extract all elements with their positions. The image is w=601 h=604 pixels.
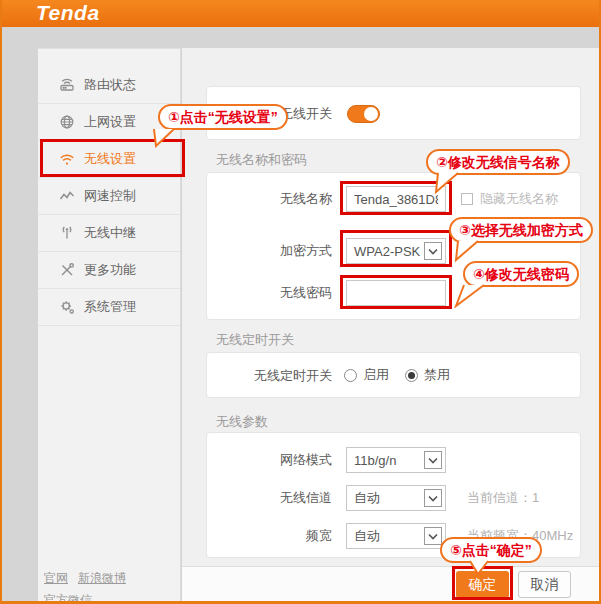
weibo-link[interactable]: 新浪微博	[78, 571, 126, 585]
sidebar-item-label: 路由状态	[84, 76, 136, 94]
wireless-switch-toggle[interactable]	[347, 105, 380, 123]
callout-tail	[150, 128, 178, 148]
tools-icon	[59, 262, 75, 278]
wifi-icon	[59, 151, 75, 167]
chevron-down-icon	[424, 242, 442, 260]
chevron-down-icon	[424, 451, 442, 469]
sidebar-item-label: 更多功能	[84, 261, 136, 279]
speed-chart-icon	[59, 188, 75, 204]
sidebar-item-label: 上网设置	[84, 113, 136, 131]
repeater-icon	[59, 225, 75, 241]
timer-enable-radio[interactable]	[344, 369, 357, 382]
timer-card: 无线定时开关 启用 禁用	[206, 352, 581, 398]
router-status-icon	[59, 77, 75, 93]
button-bar: 确定 取消	[182, 566, 599, 601]
callout-step1: ①点击“无线设置”	[158, 104, 288, 130]
sidebar-item-more-functions[interactable]: 更多功能	[38, 252, 180, 289]
app-header: Tenda	[0, 0, 601, 27]
timer-radio-group: 启用 禁用	[344, 353, 450, 397]
password-input[interactable]	[346, 280, 446, 306]
sidebar-item-wireless-repeater[interactable]: 无线中继	[38, 215, 180, 252]
callout-tail	[452, 240, 482, 262]
callout-tail	[466, 560, 492, 576]
timer-disable-radio[interactable]	[405, 369, 418, 382]
tenda-logo: Tenda	[36, 1, 100, 25]
channel-value: 自动	[347, 489, 424, 507]
timer-section-title: 无线定时开关	[216, 331, 294, 349]
encryption-select-value: WPA2-PSK (	[347, 244, 424, 259]
channel-select[interactable]: 自动	[346, 485, 446, 511]
channel-label: 无线信道	[207, 485, 332, 511]
callout-tail	[432, 172, 462, 194]
globe-icon	[59, 114, 75, 130]
encryption-label: 加密方式	[207, 238, 332, 264]
timer-enable-label: 启用	[363, 366, 389, 384]
wechat-link[interactable]: 官方微信	[44, 593, 92, 604]
ssid-label: 无线名称	[207, 186, 332, 212]
hide-ssid-label: 隐藏无线名称	[480, 190, 558, 208]
tenda-router-admin-page: Tenda 路由状态 上网设置	[0, 0, 601, 604]
sidebar-item-system-management[interactable]: 系统管理	[38, 289, 180, 326]
hide-ssid-row: 隐藏无线名称	[461, 186, 558, 212]
bandwidth-select[interactable]: 自动	[346, 523, 446, 549]
sidebar-item-label: 系统管理	[84, 298, 136, 316]
official-site-link[interactable]: 官网	[44, 571, 68, 585]
toggle-knob	[364, 107, 378, 121]
chevron-down-icon	[424, 527, 442, 545]
chevron-down-icon	[424, 489, 442, 507]
main-content: 无线开关 无线名称和密码 无线名称 隐藏无线名称 加密方式 WPA2-PSK (…	[182, 48, 599, 601]
hide-ssid-checkbox[interactable]	[461, 193, 473, 205]
sidebar-item-router-status[interactable]: 路由状态	[38, 67, 180, 104]
network-mode-value: 11b/g/n	[347, 453, 424, 468]
sidebar-item-label: 无线中继	[84, 224, 136, 242]
sidebar-item-speed-control[interactable]: 网速控制	[38, 178, 180, 215]
name-password-section-title: 无线名称和密码	[216, 151, 307, 169]
ssid-input[interactable]	[346, 186, 446, 212]
network-mode-label: 网络模式	[207, 447, 332, 473]
bandwidth-value: 自动	[347, 527, 424, 545]
sidebar-item-label: 无线设置	[84, 150, 136, 168]
footer-links-row1: 官网新浪微博	[44, 570, 136, 587]
bandwidth-label: 频宽	[207, 523, 332, 549]
password-label: 无线密码	[207, 280, 332, 306]
sidebar-item-label: 网速控制	[84, 187, 136, 205]
cancel-button[interactable]: 取消	[518, 571, 571, 598]
footer-links-row2: 官方微信	[44, 592, 102, 604]
callout-tail	[452, 284, 488, 308]
gear-icon	[59, 299, 75, 315]
timer-disable-label: 禁用	[424, 366, 450, 384]
radio-dot	[408, 372, 415, 379]
name-password-card: 无线名称 隐藏无线名称 加密方式 WPA2-PSK ( 无线密码	[206, 172, 581, 320]
current-channel-hint: 当前信道：1	[467, 485, 539, 511]
encryption-select[interactable]: WPA2-PSK (	[346, 238, 446, 264]
timer-row-label: 无线定时开关	[207, 363, 332, 389]
network-mode-select[interactable]: 11b/g/n	[346, 447, 446, 473]
params-section-title: 无线参数	[216, 413, 268, 431]
